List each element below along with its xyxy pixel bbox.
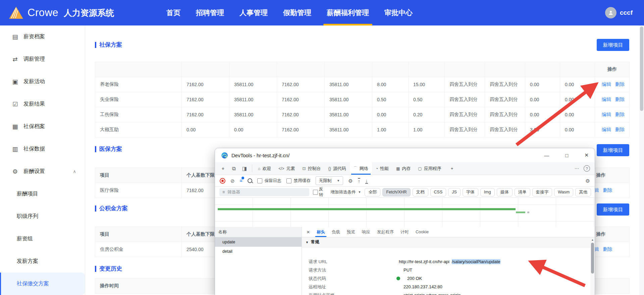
- preserve-log-checkbox[interactable]: [257, 178, 262, 183]
- nav-item[interactable]: 假勤管理: [283, 0, 311, 25]
- sidebar-item[interactable]: ▤ 薪资档案: [0, 25, 85, 48]
- nav-item[interactable]: 首页: [166, 0, 180, 25]
- request-type-filter-pill[interactable]: 媒体: [497, 188, 513, 196]
- request-type-filter-pill[interactable]: 清单: [515, 188, 530, 196]
- export-har-icon[interactable]: ↓: [365, 178, 368, 184]
- maximize-button[interactable]: □: [565, 153, 568, 158]
- detail-pane-scrollbar[interactable]: ▲: [590, 237, 595, 295]
- sidebar-item[interactable]: ☑ 发薪结果: [0, 93, 85, 115]
- sidebar-item[interactable]: 薪资组: [0, 228, 85, 250]
- nav-item[interactable]: 审批中心: [384, 0, 413, 25]
- delete-link[interactable]: 删除: [615, 97, 625, 102]
- main-nav: 首页招聘管理人事管理假勤管理薪酬福利管理审批中心: [166, 0, 413, 25]
- request-type-filter-pill[interactable]: Fetch/XHR: [382, 188, 410, 196]
- devtools-panel-tab[interactable]: </> 元素: [275, 162, 299, 175]
- nav-item[interactable]: 招聘管理: [196, 0, 224, 25]
- devtools-panel-tab[interactable]: ⌒ 网络: [350, 162, 372, 175]
- page-scrollbar-thumb[interactable]: [640, 26, 643, 111]
- devtools-panel-tab[interactable]: ▦ 内存: [392, 162, 414, 175]
- network-filter-row: ≡ 筛选器 反转 增加筛选条件 ▼ 全部Fetch/XHR文档CSSJS字体Im…: [215, 187, 595, 198]
- request-type-filter-pill[interactable]: Wasm: [554, 188, 573, 196]
- sidebar-item[interactable]: 薪酬项目: [0, 183, 85, 205]
- more-filters-dropdown[interactable]: 增加筛选条件 ▼: [331, 189, 361, 195]
- devtools-panel-tab[interactable]: ⊡ 控制台: [299, 162, 325, 175]
- column-header: [525, 62, 560, 77]
- sidebar-item[interactable]: ▣ 发薪活动: [0, 70, 85, 93]
- sidebar-item[interactable]: ▥ 社保数据: [0, 138, 85, 160]
- sidebar-item[interactable]: 发薪方案: [0, 250, 85, 273]
- request-type-filter-pill[interactable]: 全部: [365, 188, 380, 196]
- disable-cache-checkbox[interactable]: [286, 178, 291, 183]
- request-list-column-header[interactable]: 名称: [215, 227, 302, 237]
- delete-link[interactable]: 删除: [615, 81, 625, 87]
- clear-network-log-icon[interactable]: ⊘: [230, 178, 235, 183]
- general-section-header[interactable]: ▼ 常规: [302, 237, 595, 247]
- devtools-panel-tab[interactable]: {} 源代码: [325, 162, 350, 175]
- scrollbar-thumb[interactable]: [591, 243, 594, 274]
- request-type-filter-pill[interactable]: 套接字: [532, 188, 552, 196]
- user-menu[interactable]: cccf: [605, 7, 633, 18]
- search-icon[interactable]: [248, 178, 252, 183]
- edit-link[interactable]: 编辑: [602, 97, 611, 102]
- detail-tab[interactable]: 发起程序: [374, 227, 397, 237]
- detail-tab[interactable]: 计时: [397, 227, 412, 237]
- delete-link[interactable]: 删除: [603, 246, 612, 252]
- delete-link[interactable]: 删除: [615, 112, 625, 117]
- edit-link[interactable]: 编辑: [602, 127, 611, 132]
- network-conditions-icon[interactable]: ⚙: [348, 178, 353, 183]
- network-settings-gear-icon[interactable]: ⚙: [586, 178, 590, 183]
- more-options-icon[interactable]: ⋯: [575, 166, 579, 171]
- sidebar-item[interactable]: 职级序列: [0, 205, 85, 228]
- devtools-panel-tab[interactable]: ▢ 应用程序: [414, 162, 445, 175]
- nav-item[interactable]: 薪酬福利管理: [327, 0, 369, 25]
- add-item-button-fund[interactable]: 新增项目: [597, 203, 629, 216]
- add-item-button-medical[interactable]: 新增项目: [597, 144, 629, 156]
- delete-link[interactable]: 删除: [615, 127, 625, 132]
- invert-checkbox[interactable]: [313, 190, 318, 195]
- import-har-icon[interactable]: ↑: [358, 178, 361, 184]
- sidebar-item-label: 社保档案: [23, 123, 45, 130]
- dock-side-icon[interactable]: ◨: [239, 162, 250, 175]
- request-type-filter-pill[interactable]: 其他: [575, 188, 591, 196]
- record-network-log-icon[interactable]: [220, 178, 225, 184]
- detail-tab[interactable]: 负载: [328, 227, 343, 237]
- request-row[interactable]: detail: [215, 247, 302, 256]
- detail-tab[interactable]: 标头: [313, 227, 328, 237]
- throttling-select[interactable]: 无限制 ▼: [316, 176, 343, 185]
- close-detail-icon[interactable]: ✕: [303, 227, 313, 237]
- request-type-filter-pill[interactable]: Img: [480, 188, 495, 196]
- devtools-panel-tab[interactable]: +: [445, 162, 457, 175]
- preserve-log-label: 保留日志: [265, 178, 281, 184]
- detail-tab[interactable]: 响应: [359, 227, 374, 237]
- minimize-button[interactable]: —: [544, 153, 549, 158]
- request-type-filter-pill[interactable]: 文档: [413, 188, 428, 196]
- edit-link[interactable]: 编辑: [602, 81, 611, 87]
- sidebar-item[interactable]: ⚙ 薪酬设置 ∧: [0, 160, 85, 183]
- sidebar-item[interactable]: ▦ 社保档案: [0, 115, 85, 138]
- sidebar-item[interactable]: 社保缴交方案: [0, 273, 85, 295]
- request-type-filter-pill[interactable]: 字体: [463, 188, 478, 196]
- delete-link[interactable]: 删除: [603, 187, 612, 193]
- request-type-filter-pill[interactable]: JS: [448, 188, 461, 196]
- detail-tab[interactable]: Cookie: [412, 227, 432, 237]
- edit-link[interactable]: 编辑: [602, 112, 611, 117]
- filter-input[interactable]: ≡ 筛选器: [219, 188, 309, 196]
- device-toolbar-icon[interactable]: ⧉: [228, 162, 239, 175]
- detail-tab[interactable]: 预览: [343, 227, 359, 237]
- add-item-button-social[interactable]: 新增项目: [597, 39, 629, 51]
- request-type-filter-pill[interactable]: CSS: [430, 188, 446, 196]
- sidebar-item[interactable]: ⇄ 调薪管理: [0, 48, 85, 70]
- network-waterfall-overview[interactable]: [215, 198, 595, 228]
- scroll-up-arrow-icon[interactable]: ▲: [590, 237, 595, 241]
- inspect-element-icon[interactable]: ⌖: [218, 162, 228, 175]
- page-scrollbar[interactable]: [639, 25, 644, 295]
- column-header: [182, 62, 229, 77]
- devtools-titlebar[interactable]: DevTools - hr-test.zjf-it.cn/ — □ ✕: [215, 148, 595, 162]
- filter-icon[interactable]: ≡: [240, 178, 243, 183]
- devtools-panel-tab[interactable]: ⌂ 欢迎: [254, 162, 275, 175]
- devtools-panel-tab[interactable]: ◔ 性能: [372, 162, 392, 175]
- close-button[interactable]: ✕: [584, 152, 589, 158]
- nav-item[interactable]: 人事管理: [239, 0, 268, 25]
- request-row[interactable]: update: [215, 237, 302, 247]
- help-icon[interactable]: ?: [584, 165, 590, 172]
